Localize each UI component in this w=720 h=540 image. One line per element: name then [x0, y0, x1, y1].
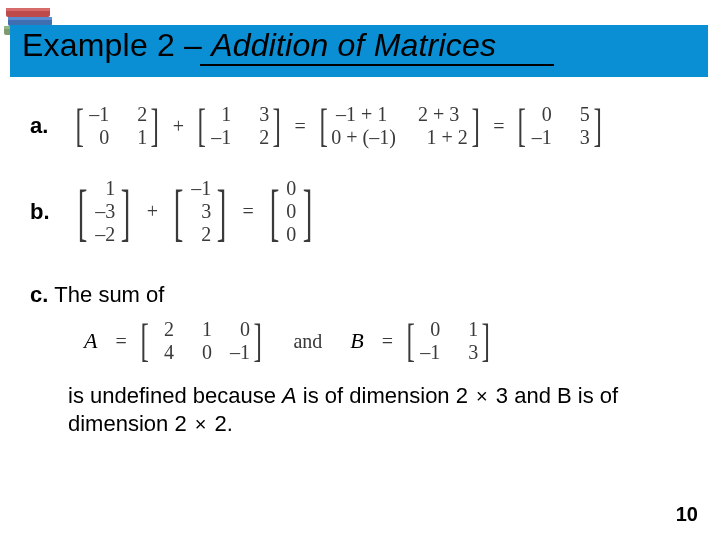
matrix-B: [ 01 –13 ] — [403, 318, 494, 364]
page-title: Example 2 – Addition of Matrices — [22, 27, 496, 64]
plus-icon: + — [143, 200, 162, 223]
matrix-A: [ 210 40–1 ] — [137, 318, 266, 364]
matrix-a3: [ –1 + 12 + 3 0 + (–1)1 + 2 ] — [316, 103, 483, 149]
equation-a: [ –12 01 ] + [ 13 –12 ] = [ –1 + — [72, 103, 605, 149]
explain-A: A — [282, 383, 297, 408]
title-underline — [200, 64, 554, 66]
matrix-b1: [ 1 –3 –2 ] — [72, 177, 137, 246]
text-and: and — [279, 330, 336, 353]
label-b: b. — [30, 199, 60, 225]
equals-icon: = — [291, 115, 310, 138]
plus-icon: + — [169, 115, 188, 138]
matrix-b2: [ –1 3 2 ] — [168, 177, 233, 246]
part-b: b. [ 1 –3 –2 ] + [ –1 3 2 ] — [30, 177, 690, 246]
times-icon: × — [193, 413, 209, 435]
matrix-a1: [ –12 01 ] — [72, 103, 163, 149]
explain-text: 3 and B is of — [490, 383, 618, 408]
explain-text: dimension 2 — [68, 411, 193, 436]
part-c-head: c. The sum of — [30, 282, 690, 308]
matrix-b3: [ 0 0 0 ] — [264, 177, 319, 246]
part-c-matrices: A = [ 210 40–1 ] and B = [ 01 –13 ] — [84, 318, 690, 364]
explain-text: is of dimension 2 — [297, 383, 474, 408]
matrix-a4: [ 05 –13 ] — [514, 103, 605, 149]
label-a: a. — [30, 113, 60, 139]
equals-icon: = — [239, 200, 258, 223]
equals-icon: = — [378, 330, 397, 353]
equals-icon: = — [489, 115, 508, 138]
times-icon: × — [474, 385, 490, 407]
equation-b: [ 1 –3 –2 ] + [ –1 3 2 ] = [ — [72, 177, 318, 246]
part-a: a. [ –12 01 ] + [ 13 –12 ] = [ — [30, 103, 690, 149]
text-the-sum-of: The sum of — [54, 282, 164, 308]
title-prefix: Example 2 – — [22, 27, 211, 63]
var-A: A — [84, 328, 97, 354]
page-number: 10 — [676, 503, 698, 526]
matrix-a2: [ 13 –12 ] — [194, 103, 285, 149]
label-c: c. — [30, 282, 48, 308]
var-B: B — [350, 328, 363, 354]
explain-text: is undefined because — [68, 383, 282, 408]
equals-icon: = — [111, 330, 130, 353]
explain-text: 2. — [208, 411, 232, 436]
svg-rect-3 — [8, 17, 52, 20]
content-body: a. [ –12 01 ] + [ 13 –12 ] = [ — [30, 103, 690, 437]
title-topic: Addition of Matrices — [211, 27, 496, 63]
svg-rect-5 — [6, 8, 50, 11]
part-c-explain: is undefined because A is of dimension 2… — [68, 382, 670, 437]
